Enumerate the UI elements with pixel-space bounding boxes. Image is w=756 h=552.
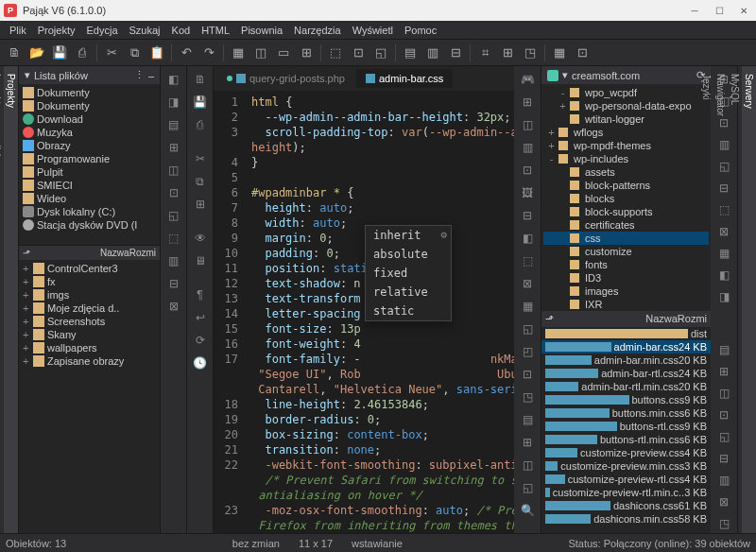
tool-icon[interactable]: ▤ (518, 410, 537, 429)
tool-icon[interactable]: ⊡ (164, 183, 183, 202)
maximize-button[interactable]: ☐ (711, 2, 728, 19)
server-folder[interactable]: IXR (543, 298, 709, 311)
tool-icon[interactable]: ▥ (422, 43, 443, 63)
cut-icon[interactable]: ✂ (191, 149, 210, 168)
up-icon[interactable]: ⬏ (23, 248, 96, 258)
tree-row[interactable]: Dokumenty (21, 86, 158, 99)
tool-icon[interactable]: ◱ (518, 478, 537, 497)
autocomplete-popup[interactable]: ⚙ inheritabsolutefixedrelativestatic (365, 225, 452, 321)
menu-pomoc[interactable]: Pomoc (401, 24, 440, 37)
tool-icon[interactable]: ◫ (250, 43, 271, 63)
panel-menu-icon[interactable]: ⋮ (134, 69, 145, 81)
server-folder[interactable]: wtitan-logger (543, 112, 709, 126)
vtab-r-3[interactable]: Języki (699, 66, 713, 533)
tree-row[interactable]: Dysk lokalny (C:) (21, 205, 158, 218)
tool-icon[interactable]: ⊡ (518, 161, 537, 180)
tool-icon[interactable]: ⬚ (325, 43, 346, 63)
server-folder[interactable]: ID3 (543, 271, 709, 285)
server-folder[interactable]: customize (543, 245, 709, 258)
server-folder[interactable]: block-patterns (543, 179, 709, 192)
file-row[interactable]: customize-preview.css4 KB (541, 446, 711, 459)
cut-icon[interactable]: ✂ (101, 43, 122, 63)
server-folder[interactable]: +wp-personal-data-expo (543, 99, 709, 112)
tool-icon[interactable]: ▦ (549, 43, 570, 63)
tool-icon[interactable]: ◧ (518, 229, 537, 248)
menu-html[interactable]: HTML (198, 24, 233, 37)
print-icon[interactable]: ⎙ (191, 115, 210, 134)
vtab-r-2[interactable]: Nawigator (713, 66, 728, 533)
server-folder[interactable]: css (543, 232, 709, 245)
save-icon[interactable]: 💾 (49, 43, 70, 63)
save-icon[interactable]: 💾 (191, 93, 210, 112)
paste-icon[interactable]: ⊞ (191, 195, 210, 214)
pilcrow-icon[interactable]: ¶ (191, 285, 210, 304)
tool-icon[interactable]: ◳ (520, 43, 541, 63)
tree-row[interactable]: +Zapisane obrazy (21, 354, 158, 368)
server-name[interactable]: creamsoft.com (572, 70, 640, 81)
file-row[interactable]: customize-preview.min.css3 KB (541, 459, 711, 473)
file-row[interactable]: admin-bar-rtl.css24 KB (541, 367, 711, 380)
tool-icon[interactable]: ⊞ (518, 433, 537, 452)
editor-tab[interactable]: admin-bar.css (356, 69, 453, 88)
tool-icon[interactable]: ▥ (164, 251, 183, 270)
tree-row[interactable]: Muzyka (21, 126, 158, 139)
tool-icon[interactable]: ▦ (518, 297, 537, 316)
autocomplete-item[interactable]: inherit (366, 226, 451, 245)
gear-icon[interactable]: ⚙ (440, 228, 447, 243)
view-icon[interactable]: 👁 (191, 229, 210, 248)
tool-icon[interactable]: ▦ (228, 43, 249, 63)
col-name[interactable]: Nazwa (645, 313, 678, 325)
tool-icon[interactable]: ⊟ (518, 206, 537, 225)
tool-icon[interactable]: ◰ (518, 342, 537, 361)
tool-icon[interactable]: ▤ (164, 115, 183, 134)
vtab-r-1[interactable]: MySQL (728, 66, 742, 533)
clock-icon[interactable]: 🕓 (191, 354, 210, 372)
tool-icon[interactable]: ▥ (518, 138, 537, 157)
tree-row[interactable]: +fx (21, 275, 158, 288)
menu-wyświetl[interactable]: Wyświetl (349, 24, 397, 37)
tree-row[interactable]: +Moje zdjęcia d.. (21, 302, 158, 315)
new-icon[interactable]: 🗎 (191, 70, 210, 89)
file-row[interactable]: buttons.css9 KB (541, 393, 711, 406)
server-folder[interactable]: blocks (543, 192, 709, 205)
image-icon[interactable]: 🖼 (518, 183, 537, 202)
menu-kod[interactable]: Kod (168, 24, 195, 37)
tool-icon[interactable]: ⬚ (518, 251, 537, 270)
tool-icon[interactable]: ▤ (400, 43, 421, 63)
tool-icon[interactable]: ◱ (370, 43, 391, 63)
server-folder[interactable]: +wp-mpdf-themes (543, 139, 709, 152)
up-icon[interactable]: ⬏ (545, 313, 642, 325)
menu-plik[interactable]: Plik (6, 24, 30, 37)
code-editor[interactable]: 1234567891011121314151617181920212223242… (214, 91, 514, 533)
file-row[interactable]: admin-bar-rtl.min.css20 KB (541, 380, 711, 393)
server-folder[interactable]: +wflogs (543, 126, 709, 139)
redo-icon[interactable]: ↷ (198, 43, 219, 63)
tree-row[interactable]: +Screenshots (21, 315, 158, 328)
refresh-icon[interactable]: ⟳ (191, 331, 210, 350)
tool-icon[interactable]: ◫ (518, 456, 537, 474)
server-folder[interactable]: images (543, 285, 709, 298)
file-row[interactable]: customize-preview-rtl.css4 KB (541, 473, 711, 486)
editor-tab[interactable]: query-grid-posts.php (217, 69, 354, 88)
tree-row[interactable]: +ControlCenter3 (21, 262, 158, 275)
menu-projekty[interactable]: Projekty (34, 24, 79, 37)
menu-szukaj[interactable]: Szukaj (126, 24, 164, 37)
menu-narzędzia[interactable]: Narzędzia (290, 24, 345, 37)
tree-row[interactable]: +Skany (21, 328, 158, 341)
tool-icon[interactable]: ◳ (518, 388, 537, 406)
tree-row[interactable]: +wallpapers (21, 341, 158, 354)
tool-icon[interactable]: ⊞ (518, 93, 537, 112)
copy-icon[interactable]: ⧉ (191, 172, 210, 191)
vtab-0[interactable]: Projekty (4, 66, 18, 533)
tool-icon[interactable]: ◫ (164, 161, 183, 180)
file-row[interactable]: customize-preview-rtl.min.c..3 KB (541, 486, 711, 499)
tool-icon[interactable]: ⊟ (164, 274, 183, 293)
file-row[interactable]: buttons-rtl.css9 KB (541, 420, 711, 433)
minimize-button[interactable]: ─ (686, 2, 703, 19)
server-folder[interactable]: assets (543, 165, 709, 179)
autocomplete-item[interactable]: absolute (366, 245, 451, 264)
tree-row[interactable]: Wideo (21, 192, 158, 205)
tool-icon[interactable]: ◱ (164, 206, 183, 225)
file-row[interactable]: admin-bar.css24 KB (541, 340, 711, 354)
server-folder[interactable]: fonts (543, 258, 709, 271)
